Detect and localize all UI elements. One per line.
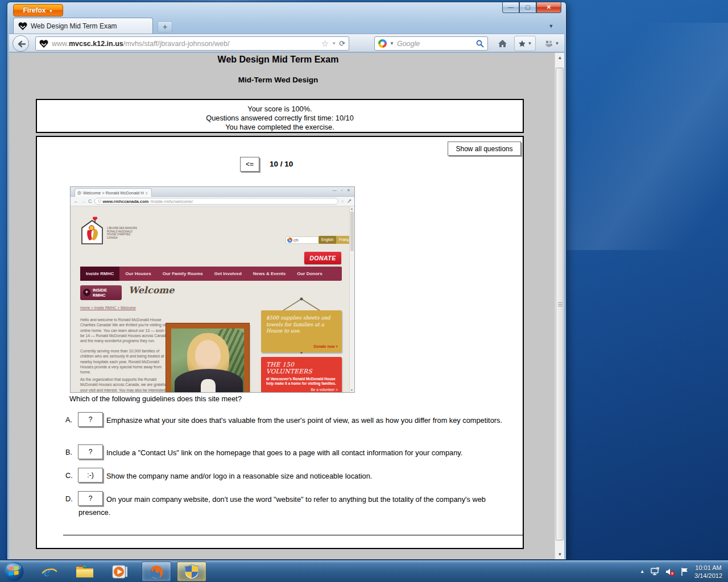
option-letter: C. xyxy=(65,471,73,480)
section-heading: Welcome xyxy=(129,285,174,296)
firefox-icon xyxy=(148,563,165,580)
donate-now-link: Donate now > xyxy=(314,343,338,350)
option-letter: A. xyxy=(65,415,72,424)
be-a-volunteer-link: Be a volunteer > xyxy=(311,388,338,392)
url-bar[interactable]: www.mvcsc.k12.in.us/mvhs/staff/jbravard-… xyxy=(35,36,349,51)
site-favicon-heart-icon xyxy=(39,39,48,48)
score-line: You have completed the exercise. xyxy=(37,123,523,132)
nav-item: Inside RMHC xyxy=(80,267,119,281)
bookmarks-button[interactable]: ▼ xyxy=(514,36,536,51)
rmhc-page: L'ŒUVRE DES MANOIRS RONALD McDONALD HOUS… xyxy=(71,206,349,392)
answer-button-d[interactable]: ? xyxy=(78,491,103,506)
language-english: English xyxy=(318,236,336,244)
taskbar-firefox-button[interactable] xyxy=(142,562,171,581)
chevron-down-icon: ▼ xyxy=(528,41,532,46)
paragraph: Hello and welcome to Ronald McDonald Hou… xyxy=(80,317,173,343)
promo-card-gold: $500 supplies sheets and towels for fami… xyxy=(261,310,342,352)
chrome-toolbar: ← → C www.rmhccanada.com/inside-rmhc/wel… xyxy=(71,197,354,206)
firefox-app-menu-button[interactable]: Firefox▼ xyxy=(13,4,63,16)
scrollbar-thumb[interactable] xyxy=(556,68,564,541)
score-line: Your score is 100%. xyxy=(37,105,523,114)
maximize-button[interactable]: ▢ xyxy=(519,2,536,13)
taskbar-explorer-folder-icon[interactable] xyxy=(75,562,94,581)
rmhc-navbar: Inside RMHC Our Houses Our Family Rooms … xyxy=(80,267,342,281)
reload-icon[interactable]: ⟳ xyxy=(339,39,345,48)
site-favicon-heart-icon xyxy=(18,22,27,31)
taskbar-internet-explorer-icon[interactable]: e xyxy=(40,562,59,581)
back-button[interactable] xyxy=(13,35,29,52)
option-text: Include a "Contact Us" link on the homep… xyxy=(78,446,505,459)
page-scrollbar[interactable]: ▲ ▼ xyxy=(555,53,564,559)
taskbar-media-player-icon[interactable] xyxy=(110,562,130,581)
bookmarks-star-icon xyxy=(518,40,526,48)
clock[interactable]: 10:01 AM 3/14/2012 xyxy=(694,564,722,580)
nav-item: Our Family Rooms xyxy=(157,267,209,281)
paragraph: Currently serving more than 10,000 famil… xyxy=(80,348,173,375)
card-text: at Vancouver's Ronald McDonald House hel… xyxy=(266,377,337,386)
firefox-window: Firefox▼ — ▢ ✕ Web Design Mid Term Exam … xyxy=(7,2,566,560)
question-text: Which of the following guidelines does t… xyxy=(69,394,242,403)
chrome-window-controls: — ▫ ✕ xyxy=(333,188,352,193)
new-tab-button[interactable]: + xyxy=(158,21,172,32)
chrome-forward-icon: → xyxy=(81,199,86,204)
answer-row-b: B. ? Include a "Contact Us" link on the … xyxy=(37,446,524,459)
url-text: www.mvcsc.k12.in.us/mvhs/staff/jbravard-… xyxy=(52,40,318,48)
close-button[interactable]: ✕ xyxy=(536,2,561,13)
answer-button-b[interactable]: ? xyxy=(78,444,103,459)
globe-icon xyxy=(98,199,101,203)
list-all-tabs-button[interactable]: ▼ xyxy=(544,21,558,31)
chrome-tab: Welcome > Ronald McDonald H x xyxy=(75,188,152,197)
chrome-back-icon: ← xyxy=(73,199,78,204)
promo-card-red: THE 150 VOLUNTEERS at Vancouver's Ronald… xyxy=(261,357,342,393)
home-icon xyxy=(498,39,507,48)
scroll-down-button[interactable]: ▼ xyxy=(555,550,564,559)
back-arrow-icon xyxy=(16,39,27,49)
browser-tab[interactable]: Web Design Mid Term Exam xyxy=(13,18,153,34)
answer-button-c[interactable]: :-) xyxy=(78,468,103,483)
firefox-app-menu-label: Firefox xyxy=(23,6,46,14)
page-subtitle: Mid-Term Wed Design xyxy=(9,76,547,84)
browser-viewport: Web Design Mid Term Exam Mid-Term Wed De… xyxy=(9,53,564,559)
tray-time: 10:01 AM xyxy=(694,564,722,572)
chrome-url: www.rmhccanada.com/inside-rmhc/welcome/ xyxy=(94,198,338,205)
bookmark-star-icon[interactable]: ☆ xyxy=(321,39,329,49)
search-bar[interactable]: ▼ xyxy=(374,36,488,51)
chrome-tab-close: x xyxy=(146,190,148,196)
embed-scrollbar: ▲ ▼ xyxy=(349,206,354,392)
framed-photo xyxy=(166,323,249,393)
chrome-autofill-hint: ch xyxy=(286,236,321,244)
previous-question-button[interactable]: <= xyxy=(240,157,259,172)
answer-row-c: C. :-) Show the company name and/or logo… xyxy=(37,469,524,483)
search-icon[interactable] xyxy=(476,40,484,48)
answer-row-d: D. ? On your main company website, don't… xyxy=(37,493,524,519)
action-center-flag-icon[interactable] xyxy=(680,567,689,576)
start-button[interactable] xyxy=(3,561,24,582)
window-controls: — ▢ ✕ xyxy=(502,2,561,13)
chrome-tab-title: Welcome > Ronald McDonald H xyxy=(83,190,144,196)
search-input[interactable] xyxy=(397,40,473,48)
addon-button[interactable]: ▼ xyxy=(539,36,564,51)
network-icon[interactable] xyxy=(650,567,660,576)
taskbar-hotpotatoes-button[interactable] xyxy=(177,562,206,581)
show-all-questions-button[interactable]: Show all questions xyxy=(448,142,521,156)
option-text: Emphasize what your site does that's val… xyxy=(78,414,505,427)
show-hidden-icons-button[interactable]: ▲ xyxy=(640,569,644,574)
scroll-up-button[interactable]: ▲ xyxy=(555,53,564,63)
scroll-up-icon: ▲ xyxy=(350,207,353,210)
addon-paw-icon xyxy=(544,39,553,48)
search-engine-dropdown-icon[interactable]: ▼ xyxy=(390,41,394,46)
answer-button-a[interactable]: ? xyxy=(78,412,103,427)
quiz-box: Show all questions <= 10 / 10 Welcome > … xyxy=(36,136,524,549)
question-screenshot-rmhc-site: Welcome > Ronald McDonald H x — ▫ ✕ ← → … xyxy=(70,186,355,393)
paragraph: As the organization that supports the Ro… xyxy=(80,377,173,393)
globe-icon xyxy=(77,191,81,195)
home-button[interactable] xyxy=(494,36,511,51)
minimize-button[interactable]: — xyxy=(502,2,519,13)
volume-muted-icon[interactable] xyxy=(665,567,675,576)
nav-item: News & Events xyxy=(247,267,291,281)
google-search-engine-icon[interactable] xyxy=(378,39,387,48)
rmhc-logo-icon xyxy=(80,217,105,246)
chrome-wrench-icon xyxy=(347,199,351,203)
badge-label: INSIDE RMHC xyxy=(93,288,107,298)
url-dropdown-icon[interactable]: ▼ xyxy=(332,41,336,46)
